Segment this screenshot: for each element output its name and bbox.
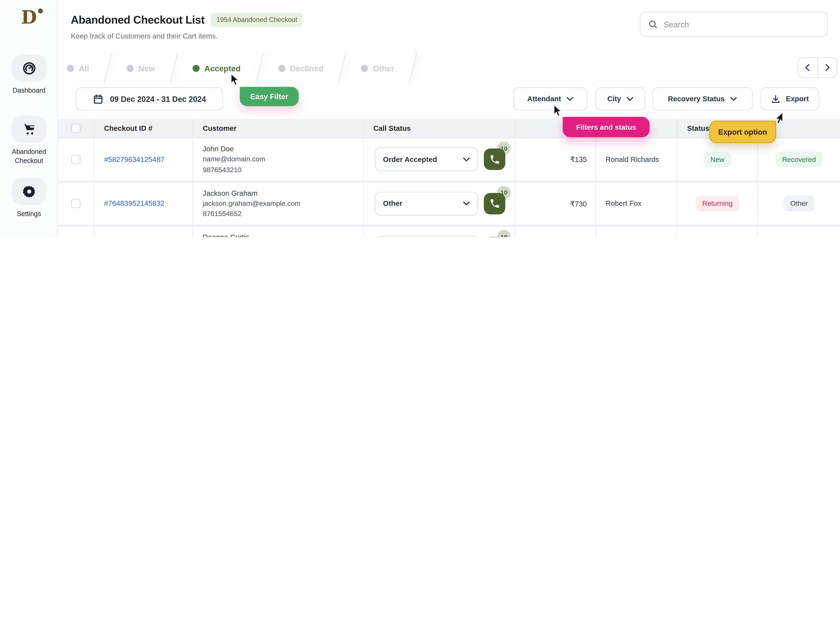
checkout-id-cell: #58279634125487 [94, 138, 193, 181]
cursor-pointer [231, 74, 240, 86]
status-cell: Declined [758, 227, 840, 237]
chevron-down-icon [463, 157, 470, 162]
logo-dot-icon [38, 9, 43, 14]
download-icon [771, 94, 781, 104]
customer-type-cell: Returning [677, 183, 758, 225]
page-subtitle: Keep track of Customers and their Cart i… [71, 32, 217, 40]
tab-dot-icon [193, 65, 199, 72]
checkout-id-cell: #76483952145832 [94, 183, 193, 225]
sidebar-item-dashboard[interactable]: Dashboard [0, 55, 58, 95]
col-checkout-id: Checkout ID # [94, 119, 193, 138]
call-count-badge: 10 [497, 230, 511, 237]
customer-phone: 8761554652 [203, 210, 301, 218]
sidebar-item-label: Abandoned Checkout [4, 147, 54, 166]
recovery-status-dropdown[interactable]: Recovery Status [652, 87, 753, 110]
customer-cell: Jackson Grahamjackson.graham@example.com… [193, 183, 364, 225]
cart-pill[interactable] [12, 116, 46, 143]
customer-cell: John Doename@domain.com9876543210 [193, 138, 364, 181]
header: Abandoned Checkout List 1954 Abandoned C… [71, 13, 303, 27]
cart-amount: ₹730 [570, 199, 587, 208]
call-status-cell: Other10 [363, 183, 515, 225]
col-customer: Customer [193, 119, 364, 138]
cursor-pointer [774, 113, 783, 124]
recovery-status-badge: Recovered [776, 152, 822, 167]
call-status-value: Other [383, 200, 403, 208]
call-status-dropdown[interactable]: Other [375, 192, 478, 215]
table-row: #58279634125487John Doename@domain.com98… [58, 138, 840, 183]
table-body: #58279634125487John Doename@domain.com98… [58, 138, 840, 237]
tab-other[interactable]: Other [361, 63, 394, 72]
customer-name: John Doe [203, 145, 265, 153]
search-icon [648, 19, 658, 29]
tab-separator [409, 53, 417, 83]
tab-all[interactable]: All [67, 63, 89, 72]
row-checkbox[interactable] [71, 155, 80, 164]
checkout-id-link[interactable]: #58279634125487 [104, 155, 164, 163]
brand-logo[interactable]: D [0, 6, 58, 28]
city-dropdown[interactable]: City [595, 87, 645, 110]
sidebar-item-settings[interactable]: Settings [0, 178, 58, 218]
abandoned-count-badge: 1954 Abandoned Checkout [211, 13, 303, 27]
pager-next-button[interactable] [817, 58, 837, 77]
select-all-checkbox[interactable] [71, 124, 80, 133]
sidebar-item-label: Settings [4, 210, 54, 219]
filters-and-status-callout: Filters and status [563, 117, 650, 137]
customer-type-badge: Returning [696, 196, 739, 212]
dashboard-pill[interactable] [12, 55, 46, 81]
chevron-down-icon [463, 201, 470, 206]
gear-icon [22, 184, 36, 199]
cart-amount: ₹135 [570, 155, 587, 164]
attendant-dropdown[interactable]: Attendant [513, 87, 587, 110]
pager-prev-button[interactable] [798, 58, 817, 77]
sidebar-item-label: Dashboard [4, 86, 54, 95]
call-status-dropdown[interactable]: Order Accepted [375, 147, 478, 171]
settings-pill[interactable] [12, 178, 46, 205]
easy-filter-callout: Easy Filter [240, 87, 299, 106]
call-phone-button[interactable] [484, 193, 505, 214]
sidebar-item-abandoned-checkout[interactable]: Abandoned Checkout [0, 116, 58, 166]
amount-cell: ₹135 [516, 138, 596, 181]
tab-accepted[interactable]: Accepted [193, 63, 241, 72]
customer-type-badge: New [704, 152, 731, 167]
attendant-cell: Robert Fox [596, 183, 677, 225]
cursor-pointer [553, 105, 563, 117]
checkout-id-link[interactable]: #76483952145832 [104, 200, 164, 208]
tab-dot-icon [278, 65, 285, 72]
call-status-dropdown[interactable]: Other [375, 236, 478, 237]
tab-separator [104, 53, 112, 83]
export-button[interactable]: Export [761, 87, 819, 110]
call-status-cell: Order Accepted10 [363, 138, 515, 181]
tab-dot-icon [67, 65, 74, 72]
speedometer-icon [22, 61, 36, 75]
attendant-cell: Ronald Richards [596, 138, 677, 181]
attendant-name: Ronald Richards [606, 155, 659, 163]
tab-new[interactable]: New [127, 63, 155, 72]
amount-cell: ₹680 [516, 227, 596, 237]
page-title: Abandoned Checkout List [71, 13, 205, 26]
search-bar[interactable] [640, 12, 828, 36]
abandoned-checkout-page: D Dashboard Abandoned Checkout [0, 0, 840, 237]
attendant-name: Robert Fox [606, 200, 641, 208]
tab-separator [338, 53, 347, 83]
header-pager [798, 57, 837, 78]
status-cell: Recovered [758, 138, 840, 181]
date-range-picker[interactable]: 09 Dec 2024 - 31 Dec 2024 [76, 87, 223, 110]
customer-email: name@domain.com [203, 156, 265, 164]
tab-separator [255, 53, 264, 83]
customer-type-cell: New [677, 138, 758, 181]
tab-separator [170, 53, 178, 83]
customer-phone: 9876543210 [203, 166, 265, 174]
search-input[interactable] [664, 20, 819, 29]
checkout-id-cell: #41526398785429 [94, 227, 193, 237]
status-cell: Other [758, 183, 840, 225]
customer-cell: Deanna Curtisdeanna.curtis@example.com98… [193, 227, 364, 237]
table-row: #41526398785429Deanna Curtisdeanna.curti… [58, 227, 840, 237]
customer-name: Deanna Curtis [203, 233, 293, 237]
row-checkbox[interactable] [71, 199, 80, 208]
tab-declined[interactable]: Declined [278, 63, 323, 72]
customer-name: Jackson Graham [203, 189, 301, 197]
call-status-value: Order Accepted [383, 155, 437, 163]
export-option-callout: Export option [709, 121, 776, 143]
call-phone-button[interactable] [484, 149, 505, 170]
cart-icon [22, 122, 36, 137]
